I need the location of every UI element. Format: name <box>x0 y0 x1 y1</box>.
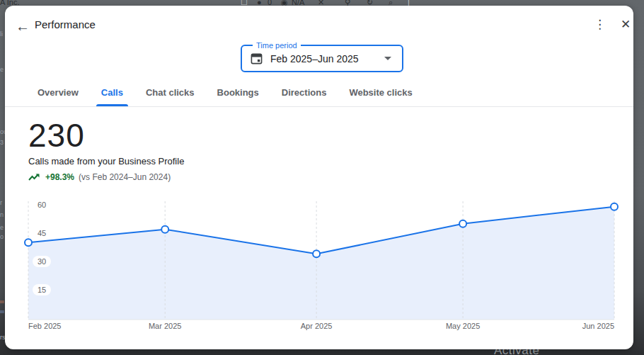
ytick-label: 15 <box>38 286 46 294</box>
calendar-icon <box>251 52 263 64</box>
back-button[interactable]: ← <box>12 16 33 36</box>
metric-description: Calls made from your Business Profile <box>28 156 184 167</box>
chart-data-point[interactable] <box>25 239 32 246</box>
badge-circle-icon: ● <box>257 0 262 6</box>
pin-icon: ⚲ <box>345 0 350 6</box>
background-page-edge: li e ou 3 r n e o rs <box>0 0 5 355</box>
close-button[interactable]: ✕ <box>616 15 633 35</box>
tab-calls[interactable]: Calls <box>90 78 134 106</box>
chart-data-point[interactable] <box>161 226 168 233</box>
chart-data-point[interactable] <box>313 250 320 257</box>
checkbox-icon: ☐ <box>241 0 248 6</box>
chart-data-point[interactable] <box>611 203 618 210</box>
metric-tabs: Overview Calls Chat clicks Bookings Dire… <box>26 78 424 106</box>
tab-bookings[interactable]: Bookings <box>206 78 270 106</box>
background-text-fragment: rs <box>0 334 5 341</box>
metric-total: 230 <box>28 116 85 154</box>
trend-percent: +98.3% <box>45 172 74 182</box>
ytick-label: 45 <box>38 229 46 237</box>
more-options-button[interactable]: ⋮ <box>590 15 609 35</box>
tab-website-clicks[interactable]: Website clicks <box>338 78 423 106</box>
xtick-label: May 2025 <box>446 322 480 330</box>
xtick-label: Apr 2025 <box>301 322 333 330</box>
tab-label: Bookings <box>217 87 259 98</box>
background-text-fragment: e <box>0 224 4 231</box>
time-period-select[interactable]: Time period Feb 2025–Jun 2025 <box>241 45 403 72</box>
background-text-fragment: o <box>0 233 4 240</box>
close-small-icon: ✕ <box>318 0 324 6</box>
calls-line-chart[interactable]: 15304560Feb 2025Mar 2025Apr 2025May 2025… <box>5 196 633 337</box>
tab-label: Chat clicks <box>146 87 195 98</box>
background-text-fragment: r <box>0 199 2 206</box>
xtick-label: Mar 2025 <box>149 322 181 330</box>
dropdown-arrow-icon <box>384 57 391 60</box>
tab-label: Overview <box>38 87 79 98</box>
search-icon: ⌕ <box>389 0 393 6</box>
trending-up-icon <box>28 173 40 181</box>
background-text-fragment: li <box>0 30 3 38</box>
tab-directions[interactable]: Directions <box>270 78 338 106</box>
kebab-menu-icon: ⋮ <box>594 18 605 31</box>
tab-label: Directions <box>282 87 327 98</box>
chart-area-fill <box>28 207 614 320</box>
page-title: Performance <box>35 15 96 35</box>
background-color-fragment <box>0 300 4 303</box>
badge-count: 0 <box>268 0 272 6</box>
na-label: N/A <box>292 0 304 6</box>
background-text-fragment: ou <box>0 128 5 135</box>
trend-row: +98.3% (vs Feb 2024–Jun 2024) <box>28 172 171 182</box>
xtick-label: Feb 2025 <box>28 322 61 330</box>
tab-overview[interactable]: Overview <box>26 78 90 106</box>
performance-dialog: ← Performance ⋮ ✕ Time period Feb 2025–J… <box>5 6 633 349</box>
time-period-label: Time period <box>253 40 301 50</box>
background-text-fragment: n <box>0 211 4 218</box>
tabs-divider <box>5 106 633 107</box>
xtick-label: Jun 2025 <box>582 322 614 330</box>
globe-icon: ◉ <box>281 0 288 6</box>
refresh-icon: ↻ <box>367 0 373 6</box>
tab-label: Website clicks <box>349 87 412 98</box>
time-period-value: Feb 2025–Jun 2025 <box>270 53 384 64</box>
chart-data-point[interactable] <box>459 220 466 227</box>
tab-label: Calls <box>101 87 123 98</box>
background-text-fragment: e <box>0 66 4 73</box>
tab-chat-clicks[interactable]: Chat clicks <box>134 78 206 106</box>
close-icon: ✕ <box>621 18 631 31</box>
back-arrow-icon: ← <box>16 18 30 34</box>
ytick-label: 30 <box>38 257 46 266</box>
background-color-fragment <box>0 310 4 313</box>
toolbar-divider: | <box>408 0 410 6</box>
background-browser-toolbar: A Inc. ☐ ● 0 ◉ N/A ✕ ⚲ ↻ ⌕ | <box>0 0 644 6</box>
ytick-label: 60 <box>38 201 46 209</box>
background-text-fragment: 3 <box>0 139 4 146</box>
trend-comparison: (vs Feb 2024–Jun 2024) <box>79 172 171 182</box>
